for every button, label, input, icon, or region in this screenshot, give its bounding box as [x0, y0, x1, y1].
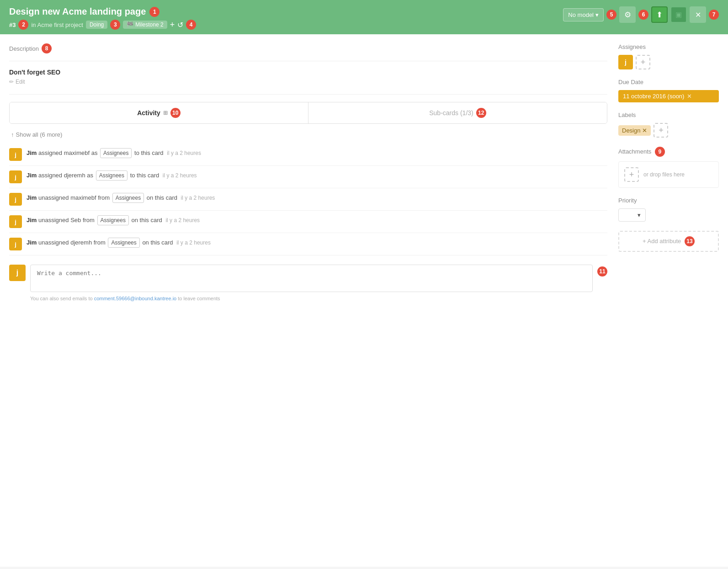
- no-model-label: No model: [568, 11, 594, 18]
- activity-time: il y a 2 heures: [167, 150, 201, 156]
- due-date-section: Due Date 11 octobre 2016 (soon) ✕: [618, 79, 719, 102]
- activity-item: j Jim unassigned djeremh from Assignees …: [9, 233, 607, 255]
- tab-activity[interactable]: Activity ⊞ 10: [10, 102, 308, 123]
- actor-name: Jim: [27, 149, 37, 156]
- preposition: from: [94, 239, 107, 246]
- activity-label: Activity: [137, 109, 160, 117]
- left-panel: Description 8 Don't forget SEO ✏ Edit Ac…: [9, 43, 607, 558]
- edit-link[interactable]: ✏ Edit: [9, 79, 607, 85]
- chevron-down-icon: ▾: [595, 11, 599, 18]
- refresh-icon[interactable]: ↺: [177, 21, 183, 29]
- show-all-link[interactable]: ↑ Show all (6 more): [9, 131, 607, 138]
- avatar: j: [9, 215, 22, 228]
- subcards-label: Sub-cards (1/3): [429, 109, 473, 117]
- activity-time: il y a 2 heures: [163, 172, 197, 179]
- no-model-button[interactable]: No model ▾: [563, 8, 604, 21]
- field-badge: Assignees: [96, 170, 128, 181]
- avatar: j: [9, 238, 22, 250]
- activity-time: il y a 2 heures: [181, 195, 215, 201]
- assignees-section: Assignees j +: [618, 43, 719, 69]
- chevron-down-icon: ▾: [638, 212, 641, 218]
- email-hint: You can also send emails to comment.5966…: [9, 296, 607, 301]
- target-person: djeremh: [70, 239, 92, 246]
- page-title: Design new Acme landing page: [9, 6, 146, 17]
- target-person: maximebf: [70, 194, 96, 201]
- header-subtitle: #3 2 in Acme first project Doing 3 🏁 Mil…: [9, 20, 196, 30]
- description-label-row: Description 8: [9, 43, 607, 53]
- action-verb: unassigned: [38, 194, 70, 201]
- activity-text: Jim assigned maximebf as Assignees to th…: [27, 148, 201, 158]
- preposition: as: [87, 172, 95, 179]
- email-link[interactable]: comment.59666@inbound.kantree.io: [94, 296, 177, 301]
- label-remove[interactable]: ✕: [642, 127, 647, 134]
- edit-label: Edit: [16, 79, 25, 85]
- expand-button[interactable]: ▣: [670, 6, 687, 23]
- tail: on this card: [132, 217, 162, 223]
- field-badge: Assignees: [100, 148, 132, 158]
- tab-subcards[interactable]: Sub-cards (1/3) 12: [308, 102, 607, 123]
- badge-5: 5: [606, 10, 616, 20]
- actor-name: Jim: [27, 172, 37, 179]
- activity-item: j Jim assigned djeremh as Assignees to t…: [9, 166, 607, 188]
- header-actions: No model ▾ 5 ⚙ 6 ⬆ ▣ ✕ 7: [563, 6, 719, 23]
- comment-input[interactable]: [30, 265, 593, 292]
- settings-button[interactable]: ⚙: [619, 6, 636, 23]
- add-attribute-label: + Add attribute: [643, 238, 681, 245]
- action-verb: assigned: [38, 149, 64, 156]
- activity-icon: ⊞: [163, 110, 168, 116]
- badge-6: 6: [638, 10, 648, 20]
- actor-name: Jim: [27, 217, 37, 223]
- badge-3: 3: [110, 20, 120, 30]
- comment-area: j 11: [9, 265, 607, 292]
- close-button[interactable]: ✕: [690, 6, 706, 23]
- email-hint-text: You can also send emails to: [30, 296, 93, 301]
- attachments-label: Attachments 9: [618, 147, 719, 157]
- add-label-button[interactable]: +: [654, 123, 668, 138]
- badge-11: 11: [597, 266, 607, 277]
- target-person: Seb: [70, 217, 81, 223]
- due-date-badge: 11 octobre 2016 (soon) ✕: [618, 90, 719, 102]
- activity-time: il y a 2 heures: [176, 239, 211, 246]
- due-date-remove[interactable]: ✕: [687, 93, 692, 100]
- add-attribute-button[interactable]: + Add attribute 13: [618, 231, 719, 252]
- avatar: j: [9, 148, 22, 161]
- description-text: Don't forget SEO: [9, 69, 607, 76]
- activity-item: j Jim unassigned Seb from Assignees on t…: [9, 211, 607, 233]
- login-button[interactable]: ⬆: [651, 6, 668, 23]
- header-left: Design new Acme landing page 1 #3 2 in A…: [9, 6, 196, 30]
- activity-item: j Jim unassigned maximebf from Assignees…: [9, 188, 607, 211]
- badge-4: 4: [186, 20, 196, 30]
- preposition: from: [98, 194, 112, 201]
- description-divider: [9, 61, 607, 61]
- label-design: Design ✕: [618, 125, 651, 136]
- tabs-container: Activity ⊞ 10 Sub-cards (1/3) 12: [9, 102, 607, 124]
- milestone-label: Milestone 2: [135, 21, 163, 28]
- status-badge[interactable]: Doing: [86, 21, 107, 29]
- add-icon[interactable]: +: [170, 20, 175, 30]
- description-label: Description: [9, 45, 39, 52]
- comment-avatar: j: [9, 265, 26, 281]
- activity-item: j Jim assigned maximebf as Assignees to …: [9, 144, 607, 166]
- badge-1: 1: [149, 7, 159, 17]
- project-name: in Acme first project: [31, 21, 83, 28]
- priority-label: Priority: [618, 197, 719, 204]
- activity-list: ↑ Show all (6 more) j Jim assigned maxim…: [9, 131, 607, 255]
- due-date-label: Due Date: [618, 79, 719, 85]
- target-person: maximebf: [64, 149, 90, 156]
- activity-text: Jim unassigned djeremh from Assignees on…: [27, 238, 211, 248]
- section-divider: [9, 94, 607, 95]
- badge-7: 7: [709, 10, 719, 20]
- field-badge: Assignees: [112, 193, 144, 203]
- priority-select[interactable]: ▾: [618, 208, 646, 222]
- add-assignee-button[interactable]: +: [636, 55, 650, 69]
- tail: to this card: [134, 149, 164, 156]
- milestone-badge[interactable]: 🏁 Milestone 2: [123, 21, 167, 29]
- actor-name: Jim: [27, 239, 37, 246]
- badge-10: 10: [170, 108, 181, 118]
- tail: to this card: [130, 172, 159, 179]
- activity-text: Jim unassigned maximebf from Assignees o…: [27, 193, 215, 203]
- badge-8: 8: [42, 43, 52, 53]
- field-badge: Assignees: [108, 238, 139, 248]
- add-attachment-button[interactable]: +: [624, 167, 639, 182]
- labels-row: Design ✕ +: [618, 123, 719, 138]
